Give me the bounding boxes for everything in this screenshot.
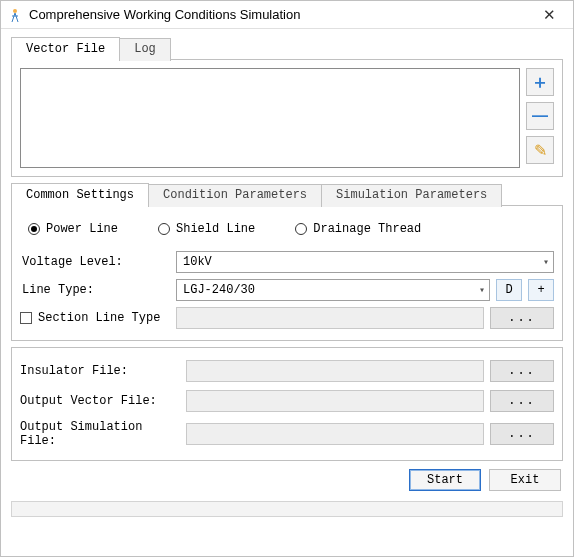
common-settings-panel: Power Line Shield Line Drainage Thread V… (11, 205, 563, 341)
output-sim-browse-button[interactable]: ... (490, 423, 554, 445)
settings-tabs: Common Settings Condition Parameters Sim… (11, 183, 563, 341)
svg-point-0 (13, 9, 17, 13)
section-row: Section Line Type ... (20, 304, 554, 332)
insulator-browse-button[interactable]: ... (490, 360, 554, 382)
output-vector-row: Output Vector File: ... (20, 386, 554, 416)
insulator-row: Insulator File: ... (20, 356, 554, 386)
line-type-value: LGJ-240/30 (183, 283, 255, 297)
section-input (176, 307, 484, 329)
output-vector-browse-button[interactable]: ... (490, 390, 554, 412)
edit-vector-button[interactable]: ✎ (526, 136, 554, 164)
chevron-down-icon: ▾ (479, 284, 485, 296)
chevron-down-icon: ▾ (543, 256, 549, 268)
app-icon (7, 7, 23, 23)
output-sim-label: Output Simulation File: (20, 420, 180, 448)
radio-drainage-label: Drainage Thread (313, 222, 421, 236)
line-type-select[interactable]: LGJ-240/30 ▾ (176, 279, 490, 301)
vector-file-buttons: ＋ — ✎ (526, 68, 554, 168)
start-button[interactable]: Start (409, 469, 481, 491)
radio-circle-icon (28, 223, 40, 235)
remove-vector-button[interactable]: — (526, 102, 554, 130)
radio-power-label: Power Line (46, 222, 118, 236)
radio-shield-line[interactable]: Shield Line (158, 222, 255, 236)
output-sim-input[interactable] (186, 423, 484, 445)
section-checkbox[interactable] (20, 312, 32, 324)
tab-common-settings[interactable]: Common Settings (11, 183, 149, 206)
output-vector-input[interactable] (186, 390, 484, 412)
app-window: Comprehensive Working Conditions Simulat… (0, 0, 574, 557)
line-type-label: Line Type: (20, 283, 170, 297)
d-button[interactable]: D (496, 279, 522, 301)
vector-file-list[interactable] (20, 68, 520, 168)
settings-tabstrip: Common Settings Condition Parameters Sim… (11, 183, 563, 206)
file-panel: Insulator File: ... Output Vector File: … (11, 347, 563, 461)
radio-circle-icon (158, 223, 170, 235)
tab-log[interactable]: Log (119, 38, 171, 61)
statusbar (11, 501, 563, 517)
add-line-type-button[interactable]: + (528, 279, 554, 301)
pencil-icon: ✎ (534, 141, 547, 160)
client-area: Vector File Log ＋ — ✎ (1, 29, 573, 556)
section-label: Section Line Type (38, 311, 160, 325)
vector-file-panel: ＋ — ✎ (11, 59, 563, 177)
line-type-row: Line Type: LGJ-240/30 ▾ D + (20, 276, 554, 304)
section-browse-button[interactable]: ... (490, 307, 554, 329)
minus-icon: — (532, 107, 548, 125)
radio-power-line[interactable]: Power Line (28, 222, 118, 236)
voltage-select[interactable]: 10kV ▾ (176, 251, 554, 273)
voltage-row: Voltage Level: 10kV ▾ (20, 248, 554, 276)
output-vector-label: Output Vector File: (20, 394, 180, 408)
line-kind-radios: Power Line Shield Line Drainage Thread (20, 214, 554, 248)
close-button[interactable]: ✕ (529, 2, 569, 28)
section-check-wrap[interactable]: Section Line Type (20, 311, 170, 325)
titlebar: Comprehensive Working Conditions Simulat… (1, 1, 573, 29)
radio-drainage-thread[interactable]: Drainage Thread (295, 222, 421, 236)
output-sim-row: Output Simulation File: ... (20, 416, 554, 452)
tab-vector-file[interactable]: Vector File (11, 37, 120, 60)
plus-icon: ＋ (531, 70, 549, 94)
footer: Start Exit (11, 467, 563, 491)
insulator-input[interactable] (186, 360, 484, 382)
exit-button[interactable]: Exit (489, 469, 561, 491)
radio-shield-label: Shield Line (176, 222, 255, 236)
vector-tabstrip: Vector File Log (11, 37, 563, 60)
vector-tabs: Vector File Log ＋ — ✎ (11, 37, 563, 177)
voltage-label: Voltage Level: (20, 255, 170, 269)
window-title: Comprehensive Working Conditions Simulat… (29, 7, 529, 22)
voltage-value: 10kV (183, 255, 212, 269)
insulator-label: Insulator File: (20, 364, 180, 378)
radio-circle-icon (295, 223, 307, 235)
add-vector-button[interactable]: ＋ (526, 68, 554, 96)
tab-condition-parameters[interactable]: Condition Parameters (148, 184, 322, 207)
tab-simulation-parameters[interactable]: Simulation Parameters (321, 184, 502, 207)
